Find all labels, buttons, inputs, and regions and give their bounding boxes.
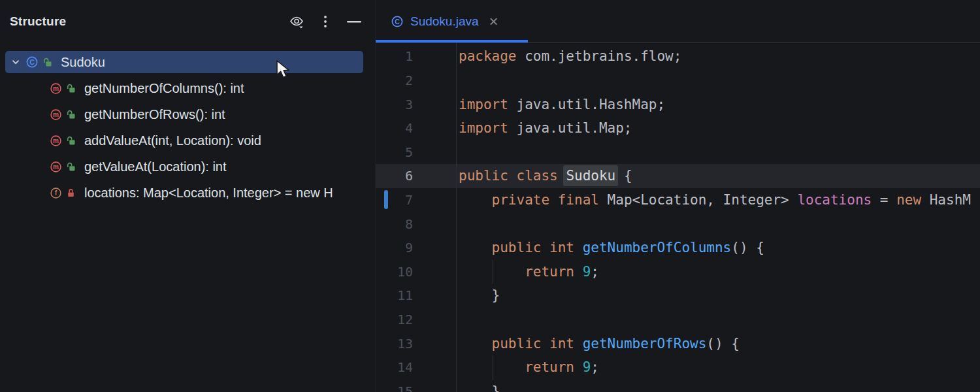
code-line-text: return 9;	[456, 264, 599, 280]
line-number: 11	[376, 287, 456, 303]
indent-guide	[493, 259, 493, 284]
chevron-down-icon	[10, 57, 21, 67]
tab-title: Sudoku.java	[410, 14, 479, 29]
eye-icon	[289, 14, 304, 29]
kebab-icon	[318, 14, 333, 29]
class-icon: C	[25, 56, 39, 69]
code-line[interactable]: 10 return 9;	[376, 259, 980, 284]
private-lock-icon	[65, 188, 76, 199]
code-editor[interactable]: 1package com.jetbrains.flow;23import jav…	[376, 43, 980, 392]
editor-tab-bar: C Sudoku.java ×	[376, 0, 980, 43]
code-line-text: public class Sudoku {	[456, 168, 632, 184]
indent-guide	[493, 355, 493, 380]
field-icon: f	[50, 187, 62, 199]
line-number: 4	[376, 120, 456, 136]
svg-text:f: f	[55, 189, 57, 197]
code-line[interactable]: 5	[376, 140, 980, 164]
line-number: 8	[376, 216, 456, 232]
tree-item-label: Sudoku	[61, 55, 105, 70]
svg-text:m: m	[53, 85, 59, 92]
class-icon: C	[391, 15, 404, 28]
svg-text:C: C	[395, 18, 400, 25]
code-line[interactable]: 8	[376, 212, 980, 236]
tree-item-field[interactable]: f locations: Map<Location, Integer> = ne…	[0, 180, 375, 206]
method-icon: m	[50, 135, 62, 147]
code-line[interactable]: 13 public int getNumberOfRows() {	[376, 331, 980, 355]
change-marker	[384, 190, 388, 209]
code-line[interactable]: 9 public int getNumberOfColumns() {	[376, 236, 980, 260]
svg-text:m: m	[53, 111, 59, 118]
tree-item-label: addValueAt(int, Location): void	[84, 133, 261, 148]
code-line[interactable]: 14 return 9;	[376, 355, 980, 380]
tree-item-method[interactable]: m getValueAt(Location): int	[0, 154, 375, 180]
code-line[interactable]: 4import java.util.Map;	[376, 116, 980, 140]
code-line[interactable]: 7 private final Map<Location, Integer> l…	[376, 188, 980, 212]
code-line[interactable]: 6public class Sudoku {	[376, 164, 980, 188]
tree-item-label: getNumberOfRows(): int	[84, 107, 225, 122]
line-number: 14	[376, 359, 456, 375]
public-lock-icon	[65, 161, 76, 172]
code-line-text: private final Map<Location, Integer> loc…	[456, 192, 971, 208]
more-options-button[interactable]	[318, 14, 333, 29]
code-line-text: public int getNumberOfRows() {	[456, 336, 740, 351]
code-line-text: import java.util.Map;	[456, 120, 632, 136]
code-line-text: package com.jetbrains.flow;	[456, 48, 681, 64]
tree-item-label: getNumberOfColumns(): int	[84, 81, 244, 96]
structure-toolbar	[289, 0, 362, 43]
line-number: 12	[376, 312, 456, 327]
line-number: 10	[376, 264, 456, 280]
code-line[interactable]: 11 }	[376, 284, 980, 308]
svg-text:m: m	[53, 137, 59, 144]
structure-tree: C Sudoku m getNumberOfColumns(): int m g…	[0, 49, 375, 206]
public-lock-icon	[65, 83, 76, 94]
code-line-text: }	[456, 384, 500, 392]
code-line-text: public int getNumberOfColumns() {	[456, 240, 764, 255]
structure-tool-window: Structure	[0, 0, 376, 392]
tab-sudoku-java[interactable]: C Sudoku.java ×	[376, 0, 509, 43]
public-lock-icon	[65, 135, 76, 146]
minimize-icon	[346, 14, 362, 29]
panel-title: Structure	[10, 14, 66, 29]
code-line-text: }	[456, 287, 500, 303]
view-options-button[interactable]	[289, 14, 304, 29]
public-lock-icon	[42, 57, 53, 68]
code-line[interactable]: 15 }	[376, 380, 980, 392]
code-line[interactable]: 12	[376, 308, 980, 332]
tree-item-method[interactable]: m getNumberOfRows(): int	[0, 101, 375, 127]
code-line-text: import java.util.HashMap;	[456, 97, 665, 112]
structure-header: Structure	[0, 0, 375, 43]
code-line[interactable]: 2	[376, 69, 980, 93]
method-icon: m	[50, 161, 62, 173]
line-number: 13	[376, 336, 456, 351]
gutter-separator	[456, 43, 457, 392]
tree-item-label: locations: Map<Location, Integer> = new …	[84, 186, 333, 201]
line-number: 2	[376, 73, 456, 88]
line-number: 6	[376, 168, 456, 184]
svg-text:C: C	[29, 58, 35, 66]
public-lock-icon	[65, 109, 76, 120]
tree-item-class[interactable]: C Sudoku	[0, 49, 375, 75]
line-number: 15	[376, 384, 456, 392]
line-number: 9	[376, 240, 456, 255]
tab-close-icon[interactable]: ×	[489, 15, 498, 28]
code-line[interactable]: 1package com.jetbrains.flow;	[376, 44, 980, 69]
hide-panel-button[interactable]	[346, 14, 362, 29]
active-tab-indicator	[376, 40, 528, 42]
svg-text:m: m	[53, 163, 59, 171]
method-icon: m	[50, 108, 62, 121]
line-number: 1	[376, 48, 456, 64]
line-number: 5	[376, 144, 456, 160]
code-line[interactable]: 3import java.util.HashMap;	[376, 92, 980, 116]
tree-item-label: getValueAt(Location): int	[84, 159, 227, 174]
line-number: 3	[376, 97, 456, 112]
tree-item-method[interactable]: m addValueAt(int, Location): void	[0, 127, 375, 154]
editor-area: C Sudoku.java × 1package com.jetbrains.f…	[376, 0, 980, 392]
code-line-text: return 9;	[456, 359, 599, 375]
tree-item-method[interactable]: m getNumberOfColumns(): int	[0, 75, 375, 101]
method-icon: m	[50, 82, 62, 95]
